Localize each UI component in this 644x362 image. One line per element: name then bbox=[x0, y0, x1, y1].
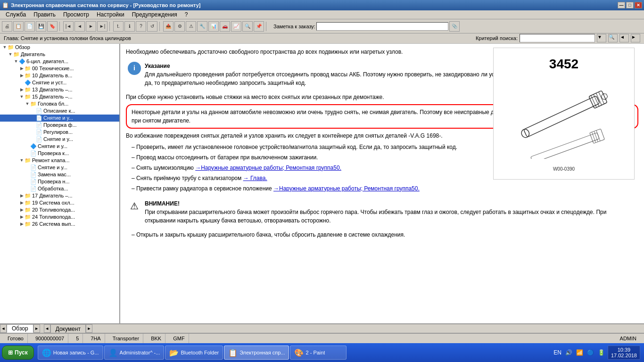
scroll-right-button[interactable]: ► bbox=[33, 324, 40, 333]
tree-item-13[interactable]: ▶ 📁 13 Двигатель –... bbox=[0, 86, 119, 93]
menu-view[interactable]: Просмотр bbox=[59, 10, 93, 19]
tool-btn-2[interactable]: 📋 bbox=[13, 21, 24, 32]
tool-nav-next[interactable]: ► bbox=[86, 21, 96, 32]
tree-toggle bbox=[30, 130, 36, 134]
menu-edit[interactable]: Править bbox=[30, 10, 59, 19]
tree-item-overview[interactable]: ▼ 📁 Обзор bbox=[0, 44, 119, 51]
tree-item-6cyl[interactable]: ▼ 🔷 6-цил. двигател... bbox=[0, 58, 119, 65]
tool-btn-c[interactable]: ⚠ bbox=[186, 21, 196, 32]
taskbar-btn-4[interactable]: 🎨 2 - Paint bbox=[290, 346, 347, 360]
taskbar-btn-2[interactable]: 📂 Bluetooth Folder bbox=[165, 346, 223, 360]
clock[interactable]: 10:39 17.02.2018 bbox=[608, 346, 640, 360]
tool-btn-search[interactable]: ? bbox=[136, 21, 146, 32]
tree-item-process[interactable]: 📄 Обработка... bbox=[0, 185, 119, 192]
tree-item-check-f[interactable]: 📄 Проверка ф... bbox=[0, 122, 119, 129]
start-button[interactable]: ⊞ Пуск bbox=[2, 346, 34, 360]
tree-item-adjust[interactable]: 📄 Регулиров... bbox=[0, 129, 119, 136]
tool-btn-d[interactable]: 🔧 bbox=[197, 21, 207, 32]
tree-item-24[interactable]: ▶ 📁 24 Топливопода... bbox=[0, 214, 119, 221]
tree-item-check-n[interactable]: 📄 Проверка н... bbox=[0, 178, 119, 185]
tree-item-remove-install-head[interactable]: 📄 Снятие и у... bbox=[0, 115, 119, 122]
tree-item-00[interactable]: ▶ 📁 00 Технические... bbox=[0, 65, 119, 72]
close-button[interactable]: ✕ bbox=[635, 2, 642, 8]
tree-item-check-k[interactable]: 📄 Проверка к... bbox=[0, 150, 119, 157]
taskbar-btn-0[interactable]: 🌐 Новая запись - G... bbox=[38, 346, 103, 360]
tool-btn-info[interactable]: t. bbox=[113, 21, 124, 32]
tool-btn-h[interactable]: 🔍 bbox=[242, 21, 253, 32]
note-input[interactable] bbox=[316, 22, 448, 31]
tool-btn-g[interactable]: 📈 bbox=[231, 21, 241, 32]
menu-warnings[interactable]: Предупреждения bbox=[128, 10, 181, 19]
doc-icon: 📄 bbox=[30, 172, 37, 178]
search-prev-button[interactable]: ◄ bbox=[619, 34, 629, 42]
volume-icon[interactable]: 🔊 bbox=[564, 349, 573, 356]
lang-indicator[interactable]: EN bbox=[553, 349, 562, 356]
tree-item-15[interactable]: ▼ 📁 15 Двигатель –... bbox=[0, 93, 119, 100]
tree-item-remove-install-2[interactable]: 📄 Снятие и у... bbox=[0, 136, 119, 143]
tab-overview[interactable]: Обзор bbox=[7, 324, 33, 333]
taskbar-btn-1[interactable]: 👤 Administrator^ -... bbox=[104, 346, 165, 360]
tree-label: 24 Топливопода... bbox=[32, 214, 75, 220]
tree-label: Проверка н... bbox=[38, 179, 70, 184]
tool-btn-1[interactable]: 🖨 bbox=[2, 21, 12, 32]
tree-item-remove-install[interactable]: 🔷 Снятие и уст... bbox=[0, 79, 119, 86]
tool-btn-4[interactable]: 💾 bbox=[36, 21, 46, 32]
tool-btn-e[interactable]: 📊 bbox=[208, 21, 219, 32]
tree-item-oil-change[interactable]: 📄 Замена мас... bbox=[0, 171, 119, 178]
search-input[interactable] bbox=[520, 34, 595, 42]
tree-item-engine[interactable]: ▼ 📁 Двигатель bbox=[0, 51, 119, 58]
tool-btn-f[interactable]: 🚗 bbox=[220, 21, 230, 32]
tool-btn-refresh[interactable]: ↺ bbox=[147, 21, 157, 32]
menu-service[interactable]: Служба bbox=[2, 10, 30, 19]
tool-btn-b[interactable]: ⚙ bbox=[174, 21, 185, 32]
menu-help[interactable]: ? bbox=[181, 10, 192, 19]
tool-nav-prev[interactable]: ◄ bbox=[74, 21, 85, 32]
tool-nav-last[interactable]: ►| bbox=[97, 21, 107, 32]
minimize-button[interactable]: — bbox=[618, 2, 625, 8]
tree-label: 13 Двигатель –... bbox=[32, 87, 73, 92]
tree-item-head[interactable]: ▼ 📁 Головка бл... bbox=[0, 100, 119, 107]
doc-scroll-left-button[interactable]: ◄ bbox=[44, 324, 50, 333]
note-label: Заметка к заказу: bbox=[273, 24, 315, 29]
tree-item-19[interactable]: ▶ 📁 19 Система охл... bbox=[0, 199, 119, 206]
bullet-5-link[interactable]: →Наружные арматурные работы; Ремонтная г… bbox=[273, 185, 420, 192]
bullet-3-link[interactable]: →Наружные арматурные работы; Ремонтная г… bbox=[195, 165, 341, 171]
tool-btn-3[interactable]: 📄 bbox=[25, 21, 35, 32]
taskbar-btn-3[interactable]: 📋 Электронная спр... bbox=[224, 346, 289, 360]
battery-icon[interactable]: 🔋 bbox=[597, 349, 606, 356]
bluetooth-icon[interactable]: 🔵 bbox=[586, 349, 595, 356]
tree-item-26[interactable]: ▶ 📁 26 Система вып... bbox=[0, 221, 119, 228]
tool-btn-a[interactable]: 📤 bbox=[163, 21, 173, 32]
tree-item-desc[interactable]: 📄 Описание к... bbox=[0, 107, 119, 115]
search-go-button[interactable]: 🔍 bbox=[608, 34, 618, 42]
window-title: Электронная справочная система по сервис… bbox=[11, 2, 618, 8]
doc-icon: 📄 bbox=[30, 179, 37, 185]
tool-btn-help[interactable]: ℹ bbox=[124, 21, 135, 32]
tree-item-remove-install-v[interactable]: 📄 Снятие и у... bbox=[0, 164, 119, 171]
tree-item-10[interactable]: ▶ 📁 10 Двигатель в... bbox=[0, 72, 119, 79]
search-button[interactable]: ▼ bbox=[597, 34, 606, 42]
start-label: Пуск bbox=[15, 349, 28, 356]
folder-taskbar-icon: 📂 bbox=[169, 348, 179, 357]
search-next-button[interactable]: ► bbox=[631, 34, 640, 42]
maximize-button[interactable]: □ bbox=[626, 2, 634, 8]
tree-item-remove-install-3[interactable]: 🔷 Снятие и у... bbox=[0, 143, 119, 150]
tab-document[interactable]: Документ bbox=[50, 324, 86, 333]
tool-btn-5[interactable]: 🔖 bbox=[47, 21, 58, 32]
tree-item-20[interactable]: ▶ 📁 20 Топливопода... bbox=[0, 206, 119, 214]
doc-scroll-right-button[interactable]: ► bbox=[86, 324, 92, 333]
scroll-left-button[interactable]: ◄ bbox=[0, 324, 7, 333]
doc-icon: 📄 bbox=[30, 150, 37, 156]
network-icon[interactable]: 📶 bbox=[575, 349, 584, 356]
tree-label: Регулиров... bbox=[43, 129, 73, 135]
bottom-tab-bar: ◄ Обзор ► ◄ Документ ► bbox=[0, 323, 644, 333]
separator-3 bbox=[159, 22, 161, 31]
note-submit-button[interactable]: 📎 bbox=[449, 21, 460, 32]
menu-settings[interactable]: Настройки bbox=[93, 10, 128, 19]
tree-item-valve-repair[interactable]: ▼ 📁 Ремонт клапа... bbox=[0, 157, 119, 164]
bullet-4-link[interactable]: → Глава. bbox=[243, 175, 267, 181]
tree-label: Снятие и у... bbox=[38, 165, 67, 170]
tool-nav-first[interactable]: |◄ bbox=[63, 21, 74, 32]
tree-item-17[interactable]: ▶ 📁 17 Двигатель –... bbox=[0, 192, 119, 199]
tool-btn-i[interactable]: 📌 bbox=[254, 21, 264, 32]
